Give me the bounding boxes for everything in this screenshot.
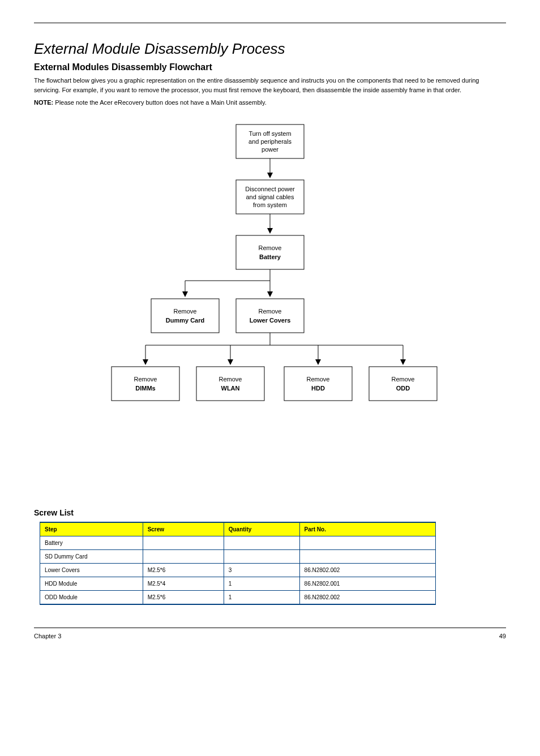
table-header-step: Step: [40, 522, 143, 536]
footer-chapter: Chapter 3: [34, 633, 61, 639]
svg-rect-18: [112, 367, 179, 401]
table-row: Lower CoversM2.5*6386.N2802.002: [40, 563, 436, 577]
table-cell: [143, 536, 224, 549]
table-cell: 1: [224, 590, 299, 604]
table-cell: [224, 549, 299, 563]
svg-rect-10: [151, 299, 219, 333]
table-header-quantity: Quantity: [224, 522, 299, 536]
section-subtitle: External Modules Disassembly Flowchart: [34, 62, 506, 72]
table-cell: M2.5*6: [143, 563, 224, 577]
svg-rect-11: [236, 299, 304, 333]
note-label: NOTE:: [34, 99, 53, 106]
table-cell: [143, 549, 224, 563]
flow-box-odd-l1: Remove: [392, 376, 415, 383]
flow-box-hdd-l1: Remove: [307, 376, 330, 383]
flow-box-covers-l2: Lower Covers: [250, 317, 291, 324]
flow-box-wlan-l1: Remove: [219, 376, 242, 383]
note-text: Please note the Acer eRecovery button do…: [53, 99, 266, 106]
table-row: Battery: [40, 536, 436, 549]
flow-box-dummy-l1: Remove: [174, 308, 197, 315]
page-footer: Chapter 3 49: [34, 633, 506, 645]
flow-box-disconnect-l1: Disconnect power: [245, 186, 295, 192]
flow-box-poweroff-l2: and peripherals: [248, 138, 292, 145]
flow-box-odd-l2: ODD: [396, 385, 410, 392]
flow-box-disconnect-l2: and signal cables: [246, 194, 294, 200]
footer-page-number: 49: [499, 633, 506, 639]
screw-list-table: Step Screw Quantity Part No. BatterySD D…: [40, 522, 436, 605]
page-rule-bottom: [34, 628, 506, 628]
table-cell: 86.N2802.002: [299, 563, 435, 577]
page-rule-top: [34, 23, 506, 23]
screw-list-title: Screw List: [34, 508, 506, 517]
table-cell: 86.N2802.001: [299, 577, 435, 590]
svg-rect-5: [236, 235, 304, 269]
flow-box-wlan-l2: WLAN: [221, 385, 240, 392]
table-cell: [299, 536, 435, 549]
table-cell: 1: [224, 577, 299, 590]
flow-box-covers-l1: Remove: [259, 308, 282, 315]
svg-rect-20: [284, 367, 352, 401]
flow-box-disconnect-l3: from system: [253, 201, 287, 208]
flow-box-battery-l2: Battery: [259, 254, 281, 260]
table-cell: 3: [224, 563, 299, 577]
table-header-screw: Screw: [143, 522, 224, 536]
page-title: External Module Disassembly Process: [34, 40, 506, 58]
table-cell: [224, 536, 299, 549]
table-cell: 86.N2802.002: [299, 590, 435, 604]
table-cell: Battery: [40, 536, 143, 549]
table-cell: SD Dummy Card: [40, 549, 143, 563]
flow-box-battery-l1: Remove: [259, 244, 282, 251]
svg-rect-19: [196, 367, 264, 401]
note-paragraph: NOTE: Please note the Acer eRecovery but…: [34, 98, 506, 108]
flowchart-diagram: .fbox { fill:#fff; stroke:#000; stroke-w…: [34, 119, 506, 492]
table-cell: Lower Covers: [40, 563, 143, 577]
svg-rect-21: [369, 367, 437, 401]
table-row: HDD ModuleM2.5*4186.N2802.001: [40, 577, 436, 590]
table-header-partno: Part No.: [299, 522, 435, 536]
intro-paragraph: The flowchart below gives you a graphic …: [34, 76, 506, 94]
flow-box-dimms-l2: DIMMs: [135, 385, 155, 392]
flow-box-dimms-l1: Remove: [134, 376, 157, 383]
flow-box-dummy-l2: Dummy Card: [166, 317, 204, 324]
flow-box-hdd-l2: HDD: [311, 385, 325, 392]
table-row: SD Dummy Card: [40, 549, 436, 563]
table-cell: HDD Module: [40, 577, 143, 590]
flow-box-poweroff-l1: Turn off system: [248, 130, 291, 137]
table-cell: M2.5*6: [143, 590, 224, 604]
flow-box-poweroff-l3: power: [262, 146, 278, 153]
table-cell: ODD Module: [40, 590, 143, 604]
table-cell: M2.5*4: [143, 577, 224, 590]
table-cell: [299, 549, 435, 563]
table-row: ODD ModuleM2.5*6186.N2802.002: [40, 590, 436, 604]
